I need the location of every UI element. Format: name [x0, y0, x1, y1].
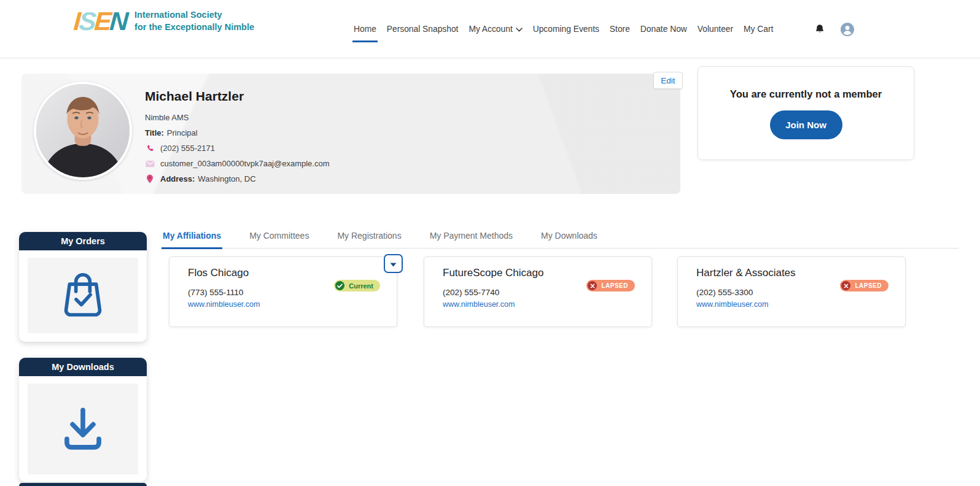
nav-item-home[interactable]: Home [354, 0, 376, 58]
header-icons [814, 0, 855, 58]
page: ISEN International Society for the Excep… [0, 0, 980, 486]
logo-letter: E [93, 7, 111, 36]
logo-letter: N [109, 7, 128, 36]
profile-photo [34, 82, 132, 180]
affiliation-card: Hartzler & Associates LAPSED (202) 555-3… [677, 256, 906, 327]
tab-my-affiliations[interactable]: My Affiliations [161, 228, 222, 248]
my-downloads-tile-title: My Downloads [19, 358, 147, 376]
bell-icon[interactable] [814, 23, 825, 35]
brand-tagline-line2: for the Exceptionally Nimble [134, 21, 254, 34]
nav-item-store[interactable]: Store [610, 0, 630, 58]
profile-organization-row: Nimble AMS [145, 113, 330, 122]
join-now-button[interactable]: Join Now [770, 110, 842, 139]
user-avatar-icon[interactable] [840, 22, 855, 37]
membership-card: You are currently not a member Join Now [698, 66, 914, 160]
affiliation-name: Flos Chicago [188, 267, 249, 279]
tab-my-registrations[interactable]: My Registrations [336, 228, 402, 248]
my-downloads-tile[interactable]: My Downloads [19, 358, 147, 482]
tab-my-downloads[interactable]: My Downloads [540, 228, 599, 248]
download-tray-icon [55, 399, 111, 458]
affiliation-menu-button[interactable] [384, 254, 403, 273]
affiliation-phone: (202) 555-7740 [443, 288, 499, 297]
affiliation-phone: (773) 555-1110 [188, 288, 243, 297]
edit-profile-button[interactable]: Edit [653, 72, 683, 89]
affiliation-website-link[interactable]: www.nimbleuser.com [696, 300, 768, 309]
map-pin-icon [145, 174, 155, 183]
shopping-bag-check-icon [56, 268, 110, 324]
affiliation-name: Hartzler & Associates [696, 267, 796, 279]
check-circle-icon [335, 281, 344, 290]
profile-hero-card: Michael Hartzler Nimble AMS Title:Princi… [21, 74, 680, 194]
content-tabs: My Affiliations My Committees My Registr… [161, 228, 959, 249]
caret-down-icon [390, 258, 397, 269]
membership-status-message: You are currently not a member [698, 88, 914, 100]
profile-address-row: Address:Washington, DC [145, 174, 330, 183]
tab-my-committees[interactable]: My Committees [248, 228, 310, 248]
nav-item-volunteer[interactable]: Volunteer [698, 0, 733, 58]
nav-item-my-cart[interactable]: My Cart [744, 0, 773, 58]
affiliation-card: FutureScope Chicago LAPSED (202) 555-774… [424, 256, 652, 327]
profile-email-row: customer_003am00000tvpk7aaj@example.com [145, 159, 330, 168]
my-orders-tile-title: My Orders [19, 232, 147, 250]
affiliation-name: FutureScope Chicago [443, 267, 543, 279]
logo-letter: S [78, 7, 95, 36]
chevron-down-icon [516, 28, 523, 32]
brand-logo[interactable]: ISEN International Society for the Excep… [74, 9, 254, 34]
affiliation-phone: (202) 555-3300 [696, 288, 753, 297]
my-orders-tile[interactable]: My Orders [19, 232, 147, 342]
nav-item-personal-snapshot[interactable]: Personal Snapshot [387, 0, 459, 58]
nav-item-upcoming-events[interactable]: Upcoming Events [533, 0, 599, 58]
brand-tagline: International Society for the Exceptiona… [134, 9, 254, 33]
status-badge: Current [334, 280, 380, 291]
isen-logo: ISEN [73, 9, 128, 34]
profile-name: Michael Hartzler [145, 89, 330, 104]
brand-tagline-line1: International Society [134, 9, 254, 21]
nav-item-donate-now[interactable]: Donate Now [640, 0, 687, 58]
profile-phone-row: (202) 555-2171 [145, 144, 330, 153]
envelope-icon [145, 160, 155, 168]
top-navbar: ISEN International Society for the Excep… [0, 0, 980, 58]
affiliation-website-link[interactable]: www.nimbleuser.com [443, 300, 515, 309]
affiliation-website-link[interactable]: www.nimbleuser.com [188, 300, 260, 309]
phone-icon [145, 144, 155, 153]
profile-title-row: Title:Principal [145, 128, 330, 137]
tab-my-payment-methods[interactable]: My Payment Methods [429, 228, 514, 248]
main-nav: Home Personal Snapshot My Account Upcomi… [354, 0, 773, 58]
affiliation-card: Flos Chicago Current (773) 555-1110 www.… [169, 256, 397, 327]
nav-item-my-account[interactable]: My Account [469, 0, 522, 58]
status-badge: LAPSED [586, 280, 635, 291]
next-tile-header-cutoff [19, 483, 147, 486]
x-circle-icon [841, 281, 850, 290]
profile-info: Michael Hartzler Nimble AMS Title:Princi… [145, 89, 330, 190]
status-badge: LAPSED [840, 280, 889, 291]
x-circle-icon [588, 281, 597, 290]
